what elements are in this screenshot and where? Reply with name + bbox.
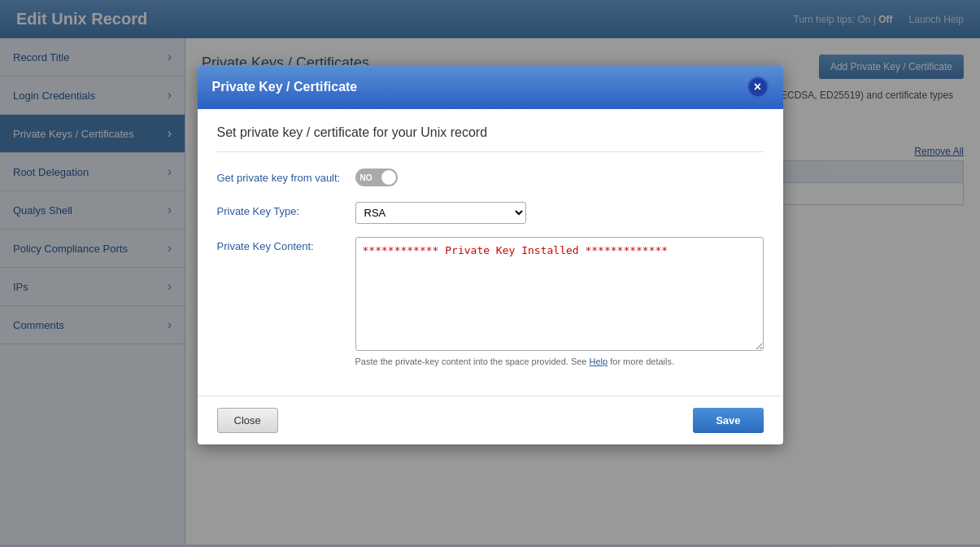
key-type-label: Private Key Type: — [217, 202, 355, 217]
key-type-control: RSA DSA ECDSA ED25519 — [355, 202, 764, 224]
hint-link[interactable]: Help — [590, 357, 608, 366]
key-type-select[interactable]: RSA DSA ECDSA ED25519 — [355, 202, 526, 224]
vault-row: Get private key from vault: NO — [217, 168, 764, 189]
modal-overlay: Private Key / Certificate × Set private … — [0, 0, 980, 545]
key-content-label: Private Key Content: — [217, 237, 355, 252]
vault-toggle-control: NO — [355, 168, 764, 189]
toggle-label: NO — [360, 173, 372, 182]
save-button[interactable]: Save — [693, 408, 763, 433]
modal-dialog: Private Key / Certificate × Set private … — [198, 65, 783, 444]
key-content-row: Private Key Content: Paste the private-k… — [217, 237, 764, 366]
hint-suffix: for more details. — [610, 357, 674, 366]
modal-footer: Close Save — [198, 396, 783, 444]
key-content-textarea[interactable] — [355, 237, 764, 351]
modal-close-button[interactable]: × — [747, 77, 769, 98]
hint-prefix: Paste the private-key content into the s… — [355, 357, 587, 366]
modal-header: Private Key / Certificate × — [198, 65, 783, 109]
modal-body: Set private key / certificate for your U… — [198, 109, 783, 396]
close-button[interactable]: Close — [217, 408, 278, 433]
key-content-control: Paste the private-key content into the s… — [355, 237, 764, 366]
vault-toggle[interactable]: NO — [355, 168, 398, 186]
vault-label: Get private key from vault: — [217, 168, 355, 184]
modal-subtitle: Set private key / certificate for your U… — [217, 125, 764, 152]
key-type-row: Private Key Type: RSA DSA ECDSA ED25519 — [217, 202, 764, 224]
hint-text: Paste the private-key content into the s… — [355, 357, 764, 366]
toggle-knob — [381, 170, 396, 185]
modal-title: Private Key / Certificate — [212, 80, 358, 94]
